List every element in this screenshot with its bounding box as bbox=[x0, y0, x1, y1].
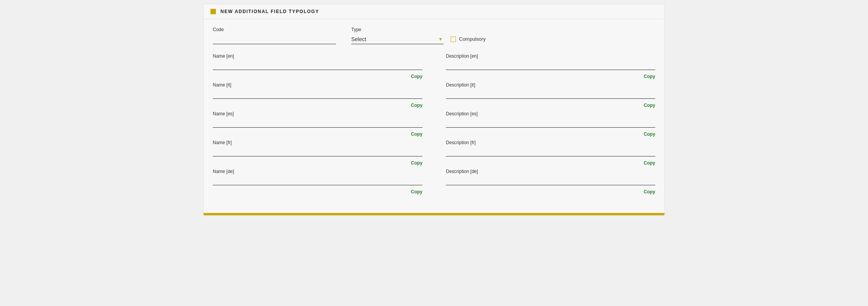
desc-de-copy-link[interactable]: Copy bbox=[644, 189, 655, 195]
desc-en-copy-link[interactable]: Copy bbox=[644, 74, 655, 79]
name-fr-label: Name [fr] bbox=[213, 140, 422, 145]
desc-en-label: Description [en] bbox=[446, 53, 655, 59]
name-de-copy-link[interactable]: Copy bbox=[411, 189, 422, 195]
page-title: NEW ADDITIONAL FIELD TYPOLOGY bbox=[220, 9, 319, 14]
type-select[interactable]: Select bbox=[351, 35, 444, 44]
card-footer-accent bbox=[204, 213, 664, 215]
form-card: NEW ADDITIONAL FIELD TYPOLOGY Code Type … bbox=[203, 4, 665, 216]
desc-it-copy-link[interactable]: Copy bbox=[644, 103, 655, 108]
desc-it-label: Description [it] bbox=[446, 82, 655, 88]
name-it-copy-link[interactable]: Copy bbox=[411, 103, 422, 108]
desc-es-copy-link[interactable]: Copy bbox=[644, 131, 655, 137]
description-fields-col: Description [en] Copy Description [it] C… bbox=[434, 53, 655, 198]
name-fr-copy-link[interactable]: Copy bbox=[411, 160, 422, 166]
desc-fr-copy-link[interactable]: Copy bbox=[644, 160, 655, 166]
name-en-field: Name [en] Copy bbox=[213, 53, 422, 79]
type-field-group: Type Select ▼ Compulsory bbox=[351, 27, 655, 44]
compulsory-group: Compulsory bbox=[451, 36, 486, 44]
name-es-field: Name [es] Copy bbox=[213, 111, 422, 137]
description-en-field: Description [en] Copy bbox=[446, 53, 655, 79]
desc-fr-label: Description [fr] bbox=[446, 140, 655, 145]
description-fr-field: Description [fr] Copy bbox=[446, 140, 655, 166]
name-es-copy-link[interactable]: Copy bbox=[411, 131, 422, 137]
name-en-copy-link[interactable]: Copy bbox=[411, 74, 422, 79]
name-en-label: Name [en] bbox=[213, 53, 422, 59]
name-fields-col: Name [en] Copy Name [it] Copy Name [ bbox=[213, 53, 434, 198]
code-field-group: Code bbox=[213, 27, 336, 44]
name-es-input[interactable] bbox=[213, 118, 422, 128]
card-header: NEW ADDITIONAL FIELD TYPOLOGY bbox=[204, 4, 664, 19]
name-it-label: Name [it] bbox=[213, 82, 422, 88]
name-it-input[interactable] bbox=[213, 89, 422, 99]
description-es-field: Description [es] Copy bbox=[446, 111, 655, 137]
desc-fr-input[interactable] bbox=[446, 147, 655, 156]
name-fr-field: Name [fr] Copy bbox=[213, 140, 422, 166]
select-container: Select ▼ bbox=[351, 35, 444, 44]
name-fr-input[interactable] bbox=[213, 147, 422, 156]
desc-en-input[interactable] bbox=[446, 60, 655, 70]
name-es-label: Name [es] bbox=[213, 111, 422, 116]
code-input[interactable] bbox=[213, 35, 336, 44]
description-de-field: Description [de] Copy bbox=[446, 169, 655, 195]
type-select-wrapper: Type Select ▼ bbox=[351, 27, 444, 44]
name-en-input[interactable] bbox=[213, 60, 422, 70]
code-label: Code bbox=[213, 27, 336, 32]
name-de-field: Name [de] Copy bbox=[213, 169, 422, 195]
type-label: Type bbox=[351, 27, 444, 32]
description-it-field: Description [it] Copy bbox=[446, 82, 655, 108]
top-row: Code Type Select ▼ Compulsory bbox=[213, 27, 655, 44]
name-it-field: Name [it] Copy bbox=[213, 82, 422, 108]
name-de-input[interactable] bbox=[213, 176, 422, 185]
compulsory-label: Compulsory bbox=[459, 36, 486, 42]
desc-es-label: Description [es] bbox=[446, 111, 655, 116]
header-accent bbox=[210, 9, 216, 14]
fields-grid: Name [en] Copy Name [it] Copy Name [ bbox=[213, 53, 655, 198]
desc-it-input[interactable] bbox=[446, 89, 655, 99]
desc-es-input[interactable] bbox=[446, 118, 655, 128]
card-body: Code Type Select ▼ Compulsory bbox=[204, 19, 664, 209]
name-de-label: Name [de] bbox=[213, 169, 422, 174]
desc-de-label: Description [de] bbox=[446, 169, 655, 174]
desc-de-input[interactable] bbox=[446, 176, 655, 185]
compulsory-checkbox[interactable] bbox=[451, 37, 456, 42]
